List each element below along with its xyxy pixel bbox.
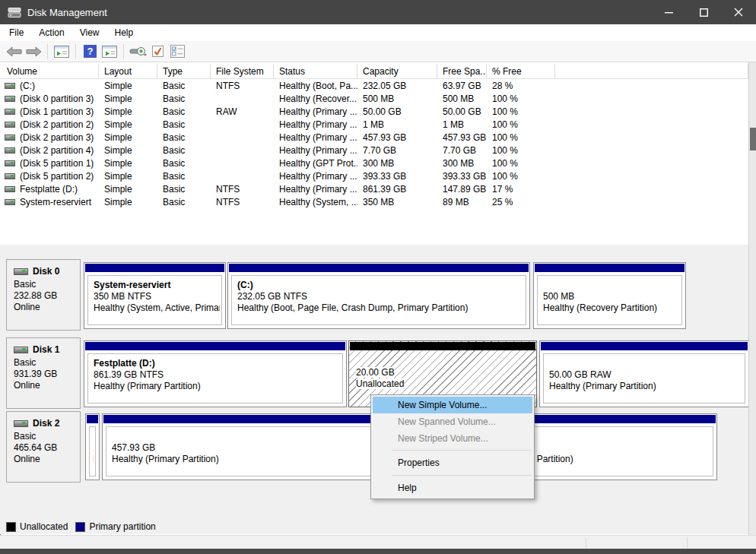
- volume-icon: [5, 122, 15, 128]
- column-header-capacity[interactable]: Capacity: [357, 64, 437, 78]
- cell-file-system: NTFS: [211, 184, 274, 195]
- cell-type: Basic: [157, 171, 211, 182]
- check-disk-icon[interactable]: [148, 43, 167, 61]
- status-separator: [586, 538, 586, 548]
- menu-item-properties[interactable]: Properties: [373, 454, 532, 472]
- show-console-tree-icon[interactable]: [52, 43, 71, 61]
- table-row[interactable]: (Disk 2 partition 4) Simple Basic Health…: [0, 144, 748, 157]
- table-row[interactable]: (C:) Simple Basic NTFS Healthy (Boot, Pa…: [0, 80, 748, 93]
- disk-status: Online: [14, 380, 80, 391]
- toolbar-separator: [47, 44, 48, 59]
- column-header-file-system[interactable]: File System: [211, 64, 274, 78]
- app-disk-icon: [8, 7, 21, 18]
- partition-size: 350 MB NTFS: [94, 291, 220, 302]
- column-header-layout[interactable]: Layout: [99, 64, 157, 78]
- cell-volume: (Disk 2 partition 2): [20, 119, 94, 130]
- table-row[interactable]: Festplatte (D:) Simple Basic NTFS Health…: [0, 183, 748, 196]
- menu-item-new-spanned-volume: New Spanned Volume...: [373, 413, 532, 430]
- menu-view[interactable]: View: [72, 25, 107, 40]
- close-button[interactable]: [721, 0, 756, 24]
- cell-capacity: 350 MB: [357, 197, 437, 207]
- partition-size: 861.39 GB NTFS: [94, 369, 341, 381]
- maximize-button[interactable]: [686, 0, 721, 24]
- partition-status: Healthy (Primary Partition): [94, 381, 341, 392]
- disk-icon: [14, 420, 28, 427]
- back-arrow-icon[interactable]: [5, 43, 23, 61]
- table-row[interactable]: (Disk 1 partition 3) Simple Basic RAW He…: [0, 106, 748, 119]
- cell-layout: Simple: [99, 145, 157, 156]
- column-header-free-space[interactable]: Free Spa...: [437, 64, 487, 78]
- toolbar-separator: [123, 44, 124, 59]
- cell-free-space: 393.33 GB: [437, 171, 487, 182]
- menu-file[interactable]: File: [2, 25, 31, 40]
- menu-action[interactable]: Action: [31, 25, 71, 40]
- cell-free-space: 457.93 GB: [437, 132, 487, 143]
- volume-icon: [5, 96, 15, 102]
- partition-title: [93, 431, 94, 442]
- table-row[interactable]: (Disk 2 partition 2) Simple Basic Health…: [0, 119, 748, 131]
- column-header-volume[interactable]: Volume: [2, 64, 99, 78]
- cell-layout: Simple: [99, 171, 157, 182]
- table-row[interactable]: (Disk 0 partition 3) Simple Basic Health…: [0, 93, 748, 106]
- partition-title: [356, 356, 533, 367]
- primary-partition-bar: [87, 415, 98, 423]
- cell-capacity: 1 MB: [357, 119, 437, 130]
- cell-free-space: 147.89 GB: [437, 184, 487, 195]
- partition-status: Healthy (Primary Partition): [549, 381, 743, 392]
- partition-recovery[interactable]: 500 MB Healthy (Recovery Partition): [533, 262, 686, 329]
- cell-layout: Simple: [99, 93, 157, 104]
- cell-pct-free: 25 %: [487, 197, 555, 207]
- disk-management-window: Disk Management File Action View Help ?: [0, 0, 756, 554]
- menu-item-new-striped-volume: New Striped Volume...: [373, 430, 532, 447]
- disk-type: Basic: [14, 279, 80, 290]
- table-row[interactable]: (Disk 5 partition 1) Simple Basic Health…: [0, 157, 748, 170]
- menu-item-help[interactable]: Help: [373, 479, 532, 497]
- partition-system-reserviert[interactable]: System-reserviert 350 MB NTFS Healthy (S…: [84, 262, 226, 329]
- disk-type: Basic: [14, 431, 80, 442]
- partition-title: Festplatte (D:): [94, 358, 341, 369]
- disk-name: Disk 0: [33, 266, 59, 277]
- forward-arrow-icon[interactable]: [24, 43, 43, 61]
- cell-file-system: NTFS: [211, 81, 274, 91]
- partition-c-drive[interactable]: (C:) 232.05 GB NTFS Healthy (Boot, Page …: [227, 262, 530, 329]
- partition-raw[interactable]: 50.00 GB RAW Healthy (Primary Partition): [539, 340, 749, 407]
- legend-swatch-unallocated: [6, 522, 16, 532]
- disk-name: Disk 1: [33, 344, 59, 355]
- cell-capacity: 300 MB: [357, 158, 437, 169]
- cell-volume: (Disk 5 partition 2): [20, 171, 94, 182]
- cell-status: Healthy (Boot, Pa...: [274, 81, 357, 91]
- table-row[interactable]: (Disk 5 partition 2) Simple Basic Health…: [0, 170, 748, 183]
- menu-help[interactable]: Help: [107, 25, 141, 40]
- column-header-type[interactable]: Type: [157, 64, 211, 78]
- disk-label-disk1[interactable]: Disk 1 Basic 931.39 GB Online: [6, 337, 81, 409]
- partition-title: [549, 358, 743, 369]
- help-icon[interactable]: ?: [81, 43, 99, 61]
- task-list-icon[interactable]: [168, 43, 186, 61]
- export-list-icon[interactable]: [129, 43, 147, 61]
- volume-icon: [5, 160, 15, 166]
- show-action-pane-icon[interactable]: [100, 43, 119, 61]
- cell-pct-free: 100 %: [487, 132, 555, 143]
- cell-layout: Simple: [99, 158, 157, 169]
- disk-label-disk0[interactable]: Disk 0 Basic 232.88 GB Online: [6, 259, 81, 331]
- column-header-blank: [555, 64, 748, 78]
- table-row[interactable]: (Disk 2 partition 3) Simple Basic Health…: [0, 131, 748, 144]
- legend-label-primary: Primary partition: [89, 521, 155, 532]
- menu-item-new-simple-volume[interactable]: New Simple Volume...: [373, 397, 532, 413]
- cell-status: Healthy (GPT Prot...: [274, 158, 357, 169]
- table-row[interactable]: System-reserviert Simple Basic NTFS Heal…: [0, 196, 748, 209]
- partition-festplatte-d[interactable]: Festplatte (D:) 861.39 GB NTFS Healthy (…: [84, 340, 347, 407]
- disk-label-disk2[interactable]: Disk 2 Basic 465.64 GB Online: [6, 411, 81, 483]
- column-header-pct-free[interactable]: % Free: [487, 64, 555, 78]
- cell-layout: Simple: [99, 184, 157, 195]
- partition-title: [543, 280, 680, 291]
- minimize-button[interactable]: [651, 0, 686, 24]
- scrollbar-thumb[interactable]: [750, 128, 756, 150]
- column-header-status[interactable]: Status: [274, 64, 357, 78]
- primary-partition-bar: [535, 264, 685, 272]
- vertical-scrollbar[interactable]: [748, 62, 756, 535]
- partition-disk2-tiny[interactable]: 1 H: [85, 413, 100, 480]
- cell-free-space: 63.97 GB: [437, 81, 487, 91]
- status-separator: [687, 538, 688, 548]
- cell-status: Healthy (Primary ...: [274, 171, 357, 182]
